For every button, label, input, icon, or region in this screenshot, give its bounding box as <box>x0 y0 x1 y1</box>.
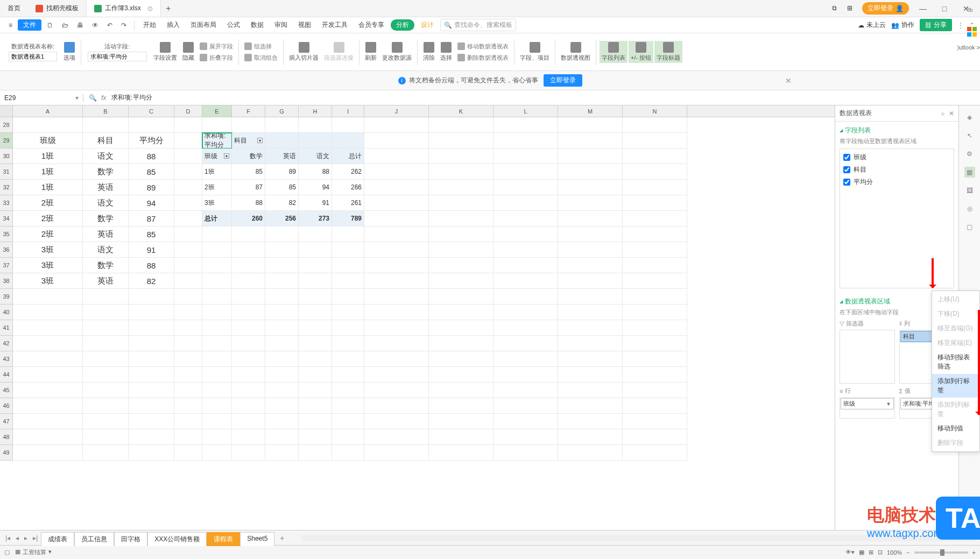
cell-K48[interactable] <box>429 429 493 445</box>
cell-B46[interactable] <box>83 398 129 414</box>
menu-tab-formula[interactable]: 公式 <box>223 19 244 31</box>
cell-N28[interactable] <box>623 117 687 133</box>
cell-N34[interactable] <box>623 211 687 227</box>
cell-N30[interactable] <box>623 148 687 164</box>
cell-E40[interactable] <box>202 305 232 320</box>
cell-A30[interactable]: 1班 <box>13 148 83 164</box>
cell-B34[interactable]: 数学 <box>83 211 129 227</box>
cell-A43[interactable] <box>13 351 83 367</box>
cell-J35[interactable] <box>364 227 429 242</box>
field-list-box[interactable]: 班级科目平均分 <box>840 148 954 288</box>
image-icon[interactable]: 🖼 <box>964 185 975 196</box>
cell-N49[interactable] <box>623 445 687 461</box>
cell-L39[interactable] <box>493 289 558 305</box>
cell-A32[interactable]: 1班 <box>13 180 83 195</box>
col-header-L[interactable]: L <box>493 105 558 117</box>
cell-J38[interactable] <box>364 273 429 289</box>
cell-H30[interactable]: 语文 <box>299 148 332 164</box>
cell-E38[interactable] <box>202 273 232 289</box>
cell-H48[interactable] <box>299 429 332 445</box>
row-header-34[interactable]: 34 <box>0 211 13 227</box>
cell-J49[interactable] <box>364 445 429 461</box>
options-button[interactable]: 选项 <box>61 41 77 63</box>
cell-I37[interactable] <box>332 258 364 273</box>
cell-B49[interactable] <box>83 445 129 461</box>
cell-L43[interactable] <box>493 351 558 367</box>
cell-B40[interactable] <box>83 305 129 320</box>
row-item-class[interactable]: 班级 ▼ <box>841 398 894 409</box>
cell-K33[interactable] <box>429 195 493 211</box>
cell-E48[interactable] <box>202 429 232 445</box>
col-header-H[interactable]: H <box>299 105 332 117</box>
cell-J42[interactable] <box>364 336 429 351</box>
cell-E47[interactable] <box>202 414 232 429</box>
cell-I31[interactable]: 262 <box>332 164 364 180</box>
cell-G34[interactable]: 256 <box>265 211 299 227</box>
cell-M42[interactable] <box>558 336 623 351</box>
cell-C47[interactable] <box>129 414 174 429</box>
cell-C33[interactable]: 94 <box>129 195 174 211</box>
cell-M45[interactable] <box>558 383 623 398</box>
close-icon[interactable]: ⊙ <box>147 5 153 12</box>
cell-D36[interactable] <box>174 242 202 258</box>
select-button[interactable]: 选择 <box>438 41 454 63</box>
cell-N33[interactable] <box>623 195 687 211</box>
cell-N36[interactable] <box>623 242 687 258</box>
cell-I47[interactable] <box>332 414 364 429</box>
field-settings-button[interactable]: 字段设置 <box>151 41 179 63</box>
cell-J34[interactable] <box>364 211 429 227</box>
location-icon[interactable]: ◎ <box>964 203 975 214</box>
cell-D43[interactable] <box>174 351 202 367</box>
cell-N46[interactable] <box>623 398 687 414</box>
cell-D47[interactable] <box>174 414 202 429</box>
cell-G44[interactable] <box>265 367 299 383</box>
menu-item[interactable]: 添加到行标签 <box>932 374 979 398</box>
undo-icon[interactable]: ↶ <box>104 20 116 30</box>
cell-G28[interactable] <box>265 117 299 133</box>
cell-A38[interactable]: 3班 <box>13 273 83 289</box>
cell-H46[interactable] <box>299 398 332 414</box>
row-header-42[interactable]: 42 <box>0 336 13 351</box>
cell-D37[interactable] <box>174 258 202 273</box>
row-header-39[interactable]: 39 <box>0 289 13 305</box>
cell-K38[interactable] <box>429 273 493 289</box>
sheet-tab-1[interactable]: 员工信息 <box>74 532 114 546</box>
cell-F36[interactable] <box>232 242 265 258</box>
cell-K41[interactable] <box>429 320 493 336</box>
cell-N44[interactable] <box>623 367 687 383</box>
search-box[interactable]: 🔍 查找命令、搜索模板 <box>440 19 516 31</box>
cell-N31[interactable] <box>623 164 687 180</box>
cell-D34[interactable] <box>174 211 202 227</box>
cell-G41[interactable] <box>265 320 299 336</box>
cell-E41[interactable] <box>202 320 232 336</box>
cell-M40[interactable] <box>558 305 623 320</box>
cell-J39[interactable] <box>364 289 429 305</box>
cell-H49[interactable] <box>299 445 332 461</box>
row-header-40[interactable]: 40 <box>0 305 13 320</box>
cell-H37[interactable] <box>299 258 332 273</box>
cell-F49[interactable] <box>232 445 265 461</box>
col-header-F[interactable]: F <box>232 105 265 117</box>
new-icon[interactable]: 🗋 <box>44 20 57 30</box>
zoom-out[interactable]: − <box>906 549 910 556</box>
menu-tab-layout[interactable]: 页面布局 <box>186 19 221 31</box>
cell-L29[interactable] <box>493 133 558 148</box>
row-header-49[interactable]: 49 <box>0 445 13 461</box>
cell-C49[interactable] <box>129 445 174 461</box>
cell-N39[interactable] <box>623 289 687 305</box>
search-fx-icon[interactable]: 🔍 <box>89 94 97 102</box>
move-pivot-button[interactable]: 移动数据透视表 <box>457 43 509 51</box>
cell-G37[interactable] <box>265 258 299 273</box>
cell-K28[interactable] <box>429 117 493 133</box>
cell-K37[interactable] <box>429 258 493 273</box>
col-header-J[interactable]: J <box>364 105 429 117</box>
cell-A39[interactable] <box>13 289 83 305</box>
cell-C45[interactable] <box>129 383 174 398</box>
pivot-chart-button[interactable]: 数据透视图 <box>559 41 593 63</box>
cell-E36[interactable] <box>202 242 232 258</box>
group-select-button[interactable]: 组选择 <box>244 43 278 51</box>
cell-A45[interactable] <box>13 383 83 398</box>
menu-tab-design[interactable]: 设计 <box>417 19 438 31</box>
hide-button[interactable]: 隐藏 <box>180 41 196 63</box>
formula-input[interactable]: 求和项:平均分 <box>110 92 975 103</box>
